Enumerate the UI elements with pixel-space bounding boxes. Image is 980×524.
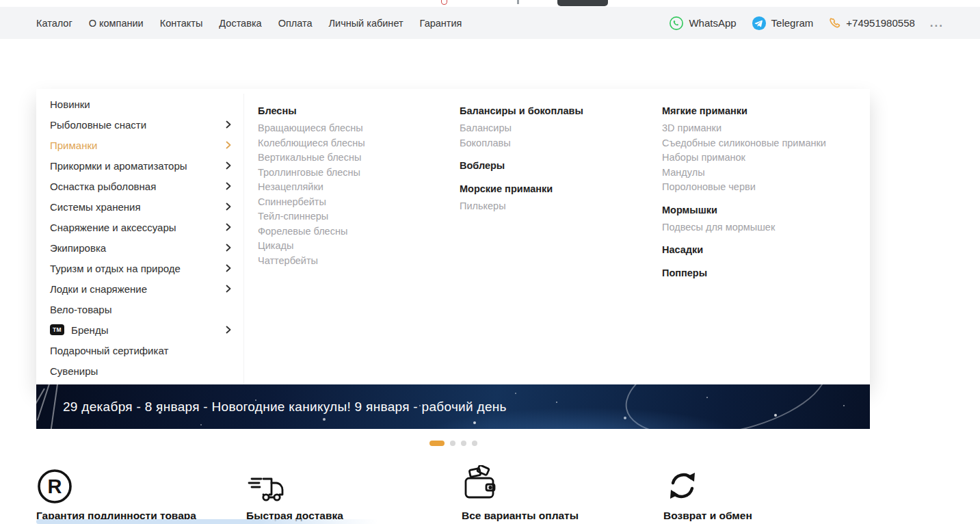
menu-group: Мягкие приманки3D приманкиСъедобные сили… — [662, 103, 867, 195]
chevron-right-icon — [226, 285, 231, 293]
menu-group-title[interactable]: Мягкие приманки — [662, 103, 867, 119]
feature-title: Все варианты оплаты — [462, 510, 633, 522]
menu-subcategory-link[interactable]: Тейл-спиннеры — [258, 209, 449, 224]
sidebar-category-item[interactable]: Туризм и отдых на природе — [36, 258, 243, 278]
sidebar-category-label: Новинки — [50, 99, 231, 110]
topnav-link[interactable]: Оплата — [278, 18, 313, 29]
features-row: RГарантия подлинности товараБыстрая дост… — [36, 462, 953, 524]
sidebar-category-item[interactable]: Сувениры — [36, 361, 243, 381]
menu-subcategory-link[interactable]: Поролоновые черви — [662, 180, 867, 195]
menu-subcategory-link[interactable]: Наборы приманок — [662, 150, 867, 166]
exchange-arrows-icon — [663, 462, 766, 505]
phone-number: +74951980558 — [846, 17, 915, 29]
menu-group: Насадки — [662, 241, 867, 258]
promo-banner[interactable]: 29 декабря - 8 января - Новогодние каник… — [36, 384, 870, 429]
menu-subcategory-link[interactable]: Вертикальные блесны — [258, 150, 449, 166]
sidebar-category-label: Туризм и отдых на природе — [50, 263, 226, 274]
feature-block: RГарантия подлинности товара — [36, 462, 241, 524]
top-bar: КаталогО компанииКонтактыДоставкаОплатаЛ… — [0, 7, 980, 39]
menu-group: МормышкиПодвесы для мормышек — [662, 202, 867, 235]
carousel-dot[interactable] — [429, 441, 445, 446]
menu-subcategory-link[interactable]: Вращающиеся блесны — [258, 121, 449, 136]
more-menu-button[interactable]: ... — [930, 20, 944, 27]
menu-subcategory-link[interactable]: Балансиры — [460, 121, 651, 136]
menu-subcategory-link[interactable]: Чаттербейты — [258, 254, 449, 269]
carousel-dot[interactable] — [461, 441, 466, 446]
menu-subcategory-link[interactable]: Незацепляйки — [258, 180, 449, 195]
sidebar-category-item[interactable]: Лодки и снаряжение — [36, 278, 243, 299]
carousel-dot[interactable] — [450, 441, 455, 446]
menu-subcategory-link[interactable]: Троллинговые блесны — [258, 166, 449, 181]
menu-subcategory-link[interactable]: Колеблющиеся блесны — [258, 136, 449, 151]
menu-column: Мягкие приманки3D приманкиСъедобные сили… — [662, 103, 867, 288]
sidebar-category-label: Лодки и снаряжение — [50, 283, 226, 295]
whatsapp-link[interactable]: WhatsApp — [669, 16, 736, 31]
menu-column: БлесныВращающиеся блесныКолеблющиеся бле… — [258, 103, 449, 275]
topnav-link[interactable]: Гарантия — [420, 18, 462, 29]
menu-subcategory-link[interactable]: Подвесы для мормышек — [662, 220, 867, 235]
sidebar-category-label: Вело-товары — [50, 304, 231, 315]
sidebar-category-label: Прикормки и ароматизаторы — [50, 160, 226, 172]
sidebar-category-label: Сувениры — [50, 365, 231, 377]
telegram-link[interactable]: Telegram — [752, 16, 814, 31]
top-navigation: КаталогО компанииКонтактыДоставкаОплатаЛ… — [36, 18, 462, 29]
menu-group-title[interactable]: Мормышки — [662, 202, 867, 218]
chevron-right-icon — [226, 141, 231, 149]
sidebar-category-item[interactable]: Подарочный сертификат — [36, 340, 243, 361]
topnav-link[interactable]: Контакты — [160, 18, 203, 29]
chevron-right-icon — [226, 120, 231, 129]
chevron-right-icon — [226, 161, 231, 170]
topnav-link[interactable]: Личный кабинет — [329, 18, 403, 29]
menu-subcategory-link[interactable]: Съедобные силиконовые приманки — [662, 136, 867, 151]
menu-subcategory-link[interactable]: Пилькеры — [460, 199, 651, 214]
sidebar-category-item[interactable]: Вело-товары — [36, 299, 243, 319]
menu-group-title[interactable]: Насадки — [662, 241, 867, 258]
sidebar-category-item[interactable]: Экипировка — [36, 237, 243, 258]
chevron-right-icon — [226, 326, 231, 334]
sidebar-category-item[interactable]: Новинки — [36, 94, 243, 114]
menu-subcategory-link[interactable]: Спиннербейты — [258, 195, 449, 210]
sidebar-category-item[interactable]: Оснастка рыболовная — [36, 176, 243, 196]
delivery-truck-icon — [246, 462, 462, 505]
menu-group-title[interactable]: Морские приманки — [460, 181, 651, 197]
sidebar-category-label: Подарочный сертификат — [50, 345, 231, 356]
whatsapp-label: WhatsApp — [689, 17, 736, 29]
sidebar-category-item[interactable]: Рыболовные снасти — [36, 114, 243, 135]
menu-subcategory-link[interactable]: Форелевые блесны — [258, 224, 449, 239]
menu-group-title[interactable]: Балансиры и бокоплавы — [460, 103, 651, 119]
top-bar-contacts: WhatsApp Telegram +74951980558 ... — [669, 16, 944, 31]
menu-subcategory-link[interactable]: 3D приманки — [662, 121, 867, 136]
topnav-link[interactable]: О компании — [89, 18, 144, 29]
browser-tooltip-fragment — [557, 0, 608, 6]
topnav-link[interactable]: Каталог — [36, 18, 72, 29]
phone-link[interactable]: +74951980558 — [828, 16, 915, 29]
menu-group: БлесныВращающиеся блесныКолеблющиеся бле… — [258, 103, 449, 268]
sidebar-category-item[interactable]: TMБренды — [36, 319, 243, 340]
carousel-pagination — [36, 441, 870, 446]
sidebar-category-label: Оснастка рыболовная — [50, 181, 226, 192]
browser-chrome-fragment — [0, 0, 980, 7]
sidebar-category-item[interactable]: Приманки — [36, 135, 243, 155]
chevron-right-icon — [226, 202, 231, 211]
sidebar-category-item[interactable]: Снаряжение и аксессуары — [36, 217, 243, 237]
topnav-link[interactable]: Доставка — [219, 18, 261, 29]
menu-group-title[interactable]: Попперы — [662, 265, 867, 281]
phone-icon — [828, 16, 841, 29]
next-section-fragment — [36, 519, 378, 524]
feature-block: Все варианты оплаты — [462, 462, 633, 524]
whatsapp-icon — [669, 16, 684, 31]
page: КаталогО компанииКонтактыДоставкаОплатаЛ… — [0, 0, 980, 524]
banner-stars-decoration — [36, 384, 38, 386]
menu-subcategory-link[interactable]: Бокоплавы — [460, 136, 651, 151]
menu-subcategory-link[interactable]: Цикады — [258, 239, 449, 254]
banner-firework-decoration — [51, 384, 59, 429]
feature-title: Возврат и обмен — [663, 510, 766, 522]
menu-subcategory-link[interactable]: Мандулы — [662, 166, 867, 181]
registered-mark-icon: R — [36, 462, 241, 505]
menu-group-title[interactable]: Воблеры — [460, 157, 651, 174]
sidebar-category-item[interactable]: Системы хранения — [36, 196, 243, 217]
sidebar-category-item[interactable]: Прикормки и ароматизаторы — [36, 155, 243, 176]
telegram-icon — [752, 16, 767, 31]
carousel-dot[interactable] — [472, 441, 477, 446]
menu-group-title[interactable]: Блесны — [258, 103, 449, 119]
